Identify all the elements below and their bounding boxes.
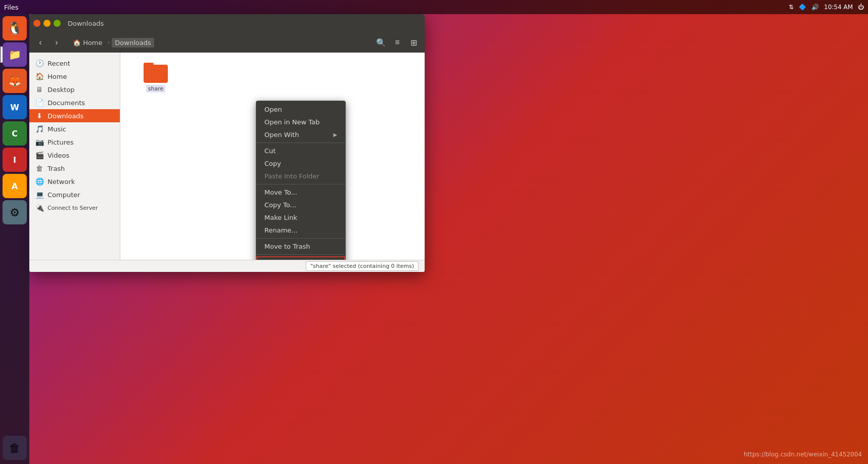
status-text: "share" selected (containing 0 items) [306, 261, 419, 271]
music-icon: 🎵 [35, 125, 43, 133]
sidebar-item-documents[interactable]: 📄 Documents [29, 96, 120, 109]
folder-shape [144, 65, 168, 83]
context-menu-sep-4 [256, 254, 345, 255]
trash-icon: 🗑 [35, 164, 43, 172]
connect-server-icon: 🔌 [35, 204, 43, 212]
sidebar-item-pictures[interactable]: 📷 Pictures [29, 135, 120, 149]
context-menu-copy[interactable]: Copy [256, 157, 345, 170]
launcher-item-firefox[interactable]: 🦊 [3, 69, 27, 93]
submenu-arrow-icon: ▶ [333, 132, 337, 137]
clock: 10:54 AM [824, 4, 853, 11]
top-panel-right: ⇅ 🔷 🔊 10:54 AM ⏻ [789, 4, 864, 11]
window-title: Downloads [68, 20, 104, 27]
context-menu-rename[interactable]: Rename... [256, 224, 345, 237]
close-button[interactable] [33, 20, 40, 27]
volume-icon: 🔊 [811, 4, 819, 11]
launcher: 🐧 📁 🦊 W C I A ⚙ 🗑 [0, 14, 29, 464]
sidebar-item-recent[interactable]: 🕐 Recent [29, 57, 120, 70]
search-button[interactable]: 🔍 [374, 35, 388, 50]
context-menu-open-new-tab[interactable]: Open in New Tab [256, 116, 345, 128]
grid-view-button[interactable]: ⊞ [406, 35, 421, 50]
list-view-button[interactable]: ≡ [390, 35, 404, 50]
network-icon: 🌐 [35, 177, 43, 185]
folder-icon [144, 63, 168, 83]
sidebar-item-trash[interactable]: 🗑 Trash [29, 162, 120, 175]
desktop-icon: 🖥 [35, 85, 43, 94]
launcher-item-settings[interactable]: ⚙ [3, 200, 27, 224]
context-menu-copy-to[interactable]: Copy To... [256, 199, 345, 211]
sidebar-item-desktop[interactable]: 🖥 Desktop [29, 83, 120, 96]
downloads-icon: ⬇ [35, 112, 43, 120]
launcher-item-calc[interactable]: C [3, 121, 27, 146]
launcher-item-impress[interactable]: I [3, 148, 27, 172]
main-area: 🕐 Recent 🏠 Home 🖥 Desktop 📄 Documents ⬇ [29, 53, 425, 260]
folder-label: share [146, 85, 166, 92]
context-menu-paste-into-folder[interactable]: Paste Into Folder [256, 170, 345, 182]
recent-icon: 🕐 [35, 59, 43, 67]
toolbar-right: 🔍 ≡ ⊞ [374, 35, 421, 50]
sidebar: 🕐 Recent 🏠 Home 🖥 Desktop 📄 Documents ⬇ [29, 53, 120, 260]
sidebar-item-music[interactable]: 🎵 Music [29, 122, 120, 135]
file-manager: Downloads ‹ › 🏠 Home › Downloads 🔍 ≡ ⊞ [29, 14, 425, 272]
launcher-item-amazon[interactable]: A [3, 174, 27, 198]
title-bar: Downloads [29, 14, 425, 32]
power-icon: ⏻ [858, 4, 864, 11]
context-menu-sep-1 [256, 143, 345, 143]
desktop: Files ⇅ 🔷 🔊 10:54 AM ⏻ 🐧 📁 🦊 W C I A ⚙ 🗑… [0, 0, 868, 464]
sidebar-item-network[interactable]: 🌐 Network [29, 175, 120, 188]
home-icon: 🏠 [35, 72, 43, 80]
context-menu-cut[interactable]: Cut [256, 145, 345, 157]
pictures-icon: 📷 [35, 138, 43, 146]
app-menu-label[interactable]: Files [4, 4, 19, 11]
forward-button[interactable]: › [50, 35, 64, 50]
maximize-button[interactable] [54, 20, 61, 27]
sidebar-item-connect-server[interactable]: 🔌 Connect to Server [29, 201, 120, 214]
status-bar: "share" selected (containing 0 items) [29, 260, 425, 272]
launcher-item-writer[interactable]: W [3, 95, 27, 119]
context-menu-open-with[interactable]: Open With ▶ [256, 128, 345, 141]
launcher-item-files[interactable]: 📁 [3, 42, 27, 67]
back-button[interactable]: ‹ [33, 35, 48, 50]
documents-icon: 📄 [35, 99, 43, 107]
launcher-item-ubuntu[interactable]: 🐧 [3, 16, 27, 40]
top-panel-left: Files [4, 4, 19, 11]
sidebar-item-videos[interactable]: 🎬 Videos [29, 149, 120, 162]
computer-icon: 💻 [35, 191, 43, 199]
breadcrumb-separator: › [108, 39, 110, 46]
context-menu-open[interactable]: Open [256, 103, 345, 116]
content-area: share Open Open in New Tab Open With ▶ [120, 53, 425, 260]
top-panel: Files ⇅ 🔷 🔊 10:54 AM ⏻ [0, 0, 868, 14]
breadcrumb-current[interactable]: Downloads [112, 38, 154, 48]
context-menu-move-to-trash[interactable]: Move to Trash [256, 240, 345, 253]
videos-icon: 🎬 [35, 151, 43, 159]
minimize-button[interactable] [43, 20, 51, 27]
toolbar: ‹ › 🏠 Home › Downloads 🔍 ≡ ⊞ [29, 32, 425, 53]
context-menu-local-network-share[interactable]: Local Network Share [256, 256, 345, 260]
desktop-url: https://blog.csdn.net/weixin_41452004 [744, 451, 862, 458]
sidebar-item-computer[interactable]: 💻 Computer [29, 188, 120, 201]
sidebar-item-home[interactable]: 🏠 Home [29, 70, 120, 83]
context-menu-make-link[interactable]: Make Link [256, 211, 345, 224]
context-menu-sep-3 [256, 238, 345, 239]
context-menu-sep-2 [256, 184, 345, 184]
breadcrumb: 🏠 Home › Downloads [70, 38, 368, 48]
arrows-icon: ⇅ [789, 4, 794, 11]
context-menu: Open Open in New Tab Open With ▶ Cut Cop… [256, 101, 346, 260]
sidebar-item-downloads[interactable]: ⬇ Downloads [29, 109, 120, 122]
context-menu-move-to[interactable]: Move To... [256, 186, 345, 199]
launcher-item-trash[interactable]: 🗑 [3, 436, 27, 460]
bluetooth-icon: 🔷 [799, 4, 806, 11]
folder-share[interactable]: share [135, 63, 176, 92]
breadcrumb-home[interactable]: 🏠 Home [70, 38, 106, 48]
